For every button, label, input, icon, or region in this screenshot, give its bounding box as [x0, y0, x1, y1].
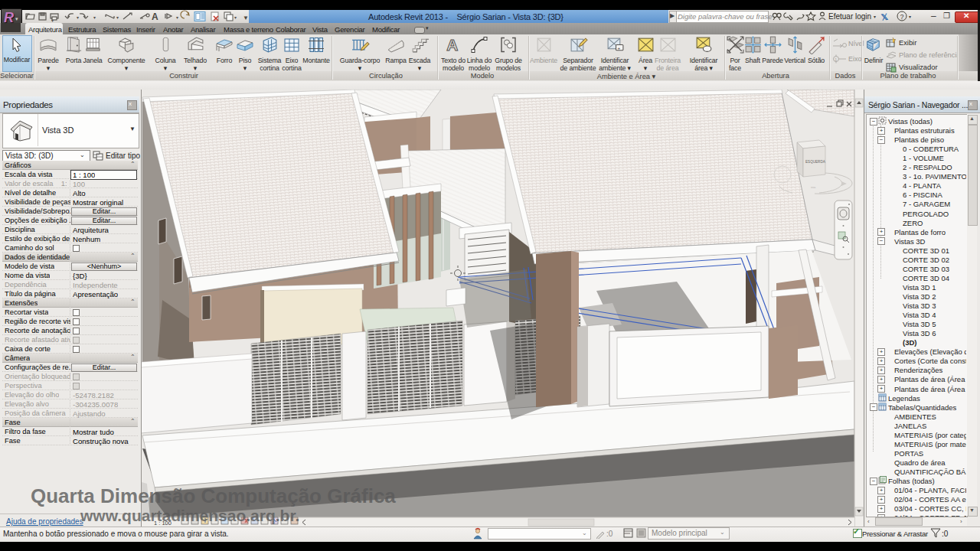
svg-text:A: A — [152, 11, 158, 22]
svg-text:▾: ▾ — [77, 15, 79, 20]
svg-text:▼: ▼ — [243, 15, 249, 21]
svg-text:Efetuar login: Efetuar login — [828, 12, 871, 21]
svg-text:ESQUERDA: ESQUERDA — [805, 160, 826, 164]
svg-text:?: ? — [900, 13, 904, 21]
svg-text:▾: ▾ — [874, 15, 876, 19]
svg-text:▾: ▾ — [234, 15, 237, 20]
svg-text:▾: ▾ — [93, 15, 96, 20]
svg-text:▾: ▾ — [909, 15, 911, 19]
svg-text:▾: ▾ — [116, 15, 119, 20]
svg-text:𝕏: 𝕏 — [880, 12, 889, 22]
svg-text:▾: ▾ — [176, 15, 178, 20]
svg-text:ssa: ssa — [811, 185, 816, 189]
